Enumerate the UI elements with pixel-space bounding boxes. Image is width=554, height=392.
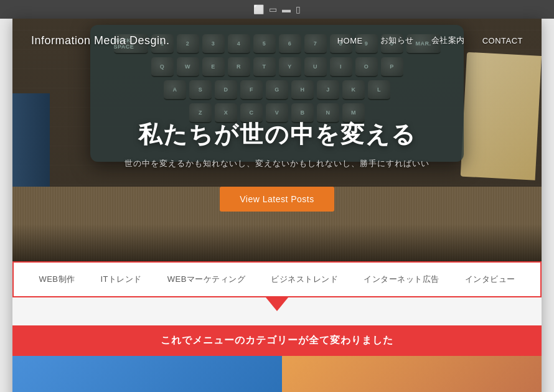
key-j: J [317,80,339,100]
cards-row: WEBWEB [12,356,542,392]
category-business[interactable]: ビジネストレンド [271,274,338,285]
navbar: Information Media Desgin. HOME お知らせ 会社案内… [12,19,542,62]
nav-contact[interactable]: CONTACT [482,36,523,45]
category-it[interactable]: ITトレンド [100,274,142,285]
card-1[interactable]: WEBWEB [12,356,282,392]
main-nav: HOME お知らせ 会社案内 CONTACT [337,35,523,46]
nav-news[interactable]: お知らせ [380,35,414,46]
key-g: G [266,80,288,100]
view-latest-posts-button[interactable]: View Latest Posts [220,187,334,212]
browser-window: BACK SPACE 1 2 3 4 5 6 7 8 9 0 MAR. Q W [12,19,542,392]
nav-home[interactable]: HOME [337,36,363,45]
browser-chrome: ⬜ ▭ ▬ ▯ [0,0,554,19]
key-s: S [189,80,212,100]
category-nav: WEB制作 ITトレンド WEBマーケティング ビジネストレンド インターネット… [12,261,542,297]
key-a: A [164,80,186,100]
key-h: H [291,80,314,100]
tablet-icon[interactable]: ▬ [282,4,291,14]
card-2[interactable] [282,356,542,392]
hero-subtitle: 世の中を変えるかも知れないし、変えないかもしれないし、勝手にすればいい [12,158,542,169]
hero-content: 私たちが世の中を変える 世の中を変えるかも知れないし、変えないかもしれないし、勝… [12,119,542,212]
desktop-icon[interactable]: ⬜ [253,4,264,14]
arrow-indicator [12,297,542,325]
announcement-banner: これでメニューのカテゴリーが全て変わりました [12,325,542,356]
category-webmarketing[interactable]: WEBマーケティング [167,274,246,285]
category-interview[interactable]: インタビュー [465,274,515,285]
hero-overlay [12,224,542,261]
key-f: F [240,80,263,100]
key-k: K [342,80,365,100]
category-web[interactable]: WEB制作 [39,274,75,285]
key-l: L [368,80,390,100]
key-d: D [215,80,237,100]
category-internet-ad[interactable]: インターネット広告 [364,274,439,285]
hero-title: 私たちが世の中を変える [12,119,542,151]
keyboard-row-a: A S D F G H J K L [100,80,454,100]
hero-section: BACK SPACE 1 2 3 4 5 6 7 8 9 0 MAR. Q W [12,19,542,261]
tablet-landscape-icon[interactable]: ▭ [269,4,277,14]
mobile-icon[interactable]: ▯ [296,4,301,14]
announcement-text: これでメニューのカテゴリーが全て変わりました [161,335,393,345]
nav-company[interactable]: 会社案内 [431,35,465,46]
site-brand: Information Media Desgin. [31,34,337,47]
